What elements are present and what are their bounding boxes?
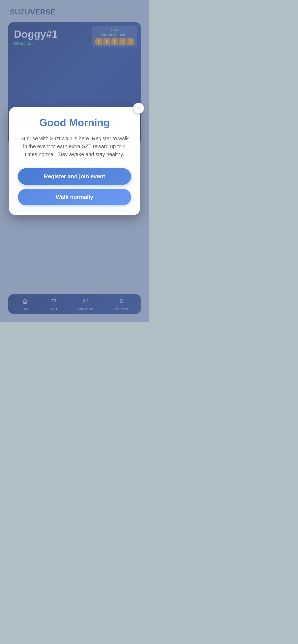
close-icon: × — [137, 105, 140, 111]
modal-title: Good Morning — [18, 116, 131, 128]
app-background: SUZUVERSE Doggy#1 Ready to... Live Sunri… — [0, 0, 149, 322]
morning-modal: × Good Morning Sunrise with Suzuwalk is … — [9, 107, 140, 216]
modal-body: Sunrise with Suzuwalk is here. Register … — [18, 134, 131, 158]
modal-close-button[interactable]: × — [133, 103, 144, 114]
walk-normally-button[interactable]: Walk normally — [18, 189, 131, 206]
modal-overlay: × Good Morning Sunrise with Suzuwalk is … — [0, 0, 149, 322]
register-join-button[interactable]: Register and join event — [18, 168, 131, 185]
